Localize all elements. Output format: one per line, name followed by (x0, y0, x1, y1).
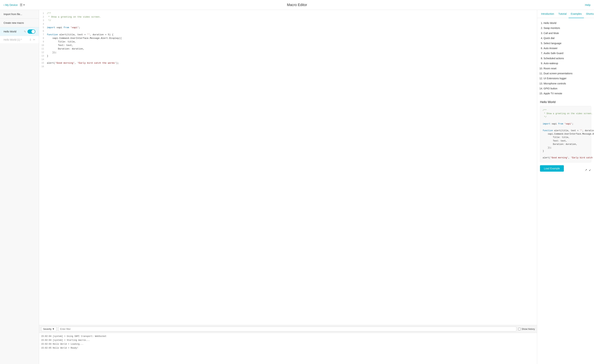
back-label: My Device (5, 3, 18, 6)
macro-name-dim: Hello World (1) * (4, 38, 22, 41)
example-list-item[interactable]: Apple TV remote (544, 91, 591, 96)
line-content: * Show a greeting on the video screen. (47, 15, 101, 19)
export-icon[interactable]: ⇩ (29, 38, 32, 41)
console-toolbar: Severity ▼ Show history (39, 325, 537, 333)
code-line: 12 }); (39, 51, 537, 54)
line-number: 13 (39, 54, 47, 58)
line-content: function alert(title, text = '', duratio… (47, 33, 113, 37)
code-line: 4 (39, 22, 537, 26)
token-plain: xapi (55, 26, 64, 29)
back-link[interactable]: ‹ My Device (4, 3, 18, 6)
code-line: 5import xapi from 'xapi'; (39, 26, 537, 29)
show-history-text: Show history (522, 328, 535, 330)
token-string: 'xapi' (70, 26, 79, 29)
line-number: 9 (39, 40, 47, 44)
line-number: 12 (39, 51, 47, 54)
editor-area: 1/**2 * Show a greeting on the video scr… (39, 10, 537, 364)
example-list-item[interactable]: Call and Mute (544, 31, 591, 36)
expand-icon-1[interactable]: ↗ (585, 168, 587, 172)
page-title: Macro Editor (287, 3, 307, 7)
console-log-line: 15:02:05 Hello World > Ready! (41, 346, 535, 350)
show-history-checkbox[interactable] (518, 328, 521, 330)
rename-icon[interactable]: ✎ (24, 30, 26, 33)
token-comment: * Show a greeting on the video screen. (47, 16, 101, 18)
severity-chevron-icon: ▼ (52, 328, 54, 330)
line-content: import xapi from 'xapi'; (47, 26, 80, 29)
macro-toggle-enabled[interactable] (27, 29, 35, 34)
example-list-item[interactable]: UI Extensions logger (544, 76, 591, 81)
main-layout: Import from file... Create new macro Hel… (0, 10, 594, 364)
token-plain: ; (79, 26, 80, 29)
token-plain: , duration = 5) { (90, 33, 114, 36)
example-list-item[interactable]: Hello World (544, 20, 591, 26)
example-list-item[interactable]: Dual screen presentations (544, 71, 591, 76)
example-code-block: /** * Show a greeting on the video scree… (540, 106, 591, 162)
console-log-line: 15:02:04 [system] > Using XAPI transport… (41, 334, 535, 338)
macro-controls-2: ⇩ ✂ (29, 38, 35, 41)
token-plain (69, 26, 70, 29)
tab-examples[interactable]: Examples (569, 10, 584, 18)
macro-item-hello-world[interactable]: Hello World ✎ (0, 27, 39, 36)
back-arrow-icon: ‹ (4, 3, 4, 6)
create-new-macro-button[interactable]: Create new macro (0, 19, 39, 27)
hamburger-arrow: ▼ (23, 4, 25, 6)
severity-dropdown[interactable]: Severity ▼ (41, 327, 56, 331)
example-list-item[interactable]: Quick dial (544, 36, 591, 41)
line-number: 10 (39, 44, 47, 47)
line-number: 14 (39, 58, 47, 61)
right-content[interactable]: Hello WorldSwap monitorsCall and MuteQui… (537, 18, 594, 364)
example-list-item[interactable]: Audio Safe Guard (544, 51, 591, 56)
example-section: Hello World /** * Show a greeting on the… (540, 100, 591, 172)
macro-name: Hello World (4, 30, 16, 33)
example-list-item[interactable]: Select language (544, 41, 591, 46)
examples-list: Hello WorldSwap monitorsCall and MuteQui… (540, 20, 591, 96)
macro-item-hello-world-1[interactable]: Hello World (1) * ⇩ ✂ (0, 36, 39, 44)
show-history-label[interactable]: Show history (518, 328, 535, 330)
console-output[interactable]: 15:02:04 [system] > Using XAPI transport… (39, 333, 537, 364)
tab-tutorial[interactable]: Tutorial (556, 10, 569, 18)
help-link[interactable]: Help (585, 3, 590, 6)
example-list-item[interactable]: GPIO button (544, 86, 591, 91)
token-plain: Title: title, (47, 40, 76, 43)
line-content: }); (47, 51, 57, 54)
hamburger-button[interactable]: ☰ ▼ (20, 3, 25, 7)
console-log-line: 15:02:04 Hello World > Loading... (41, 342, 535, 346)
code-line: 13} (39, 54, 537, 58)
example-list-item[interactable]: Scheduled actions (544, 56, 591, 61)
token-keyword: function (47, 33, 58, 36)
example-list-item[interactable]: Auto Answer (544, 46, 591, 51)
line-number: 1 (39, 12, 47, 15)
token-plain: Text: text, (47, 44, 73, 47)
example-list-item[interactable]: Room reset (544, 66, 591, 71)
line-number: 5 (39, 26, 47, 29)
filter-input[interactable] (58, 327, 516, 331)
example-list-item[interactable]: Swap monitors (544, 26, 591, 31)
line-content: } (47, 54, 48, 58)
token-keyword: import (47, 26, 55, 29)
code-line: 1/** (39, 12, 537, 15)
tab-introduction[interactable]: Introduction (539, 10, 556, 18)
sidebar: Import from file... Create new macro Hel… (0, 10, 39, 364)
header: ‹ My Device ☰ ▼ Macro Editor Help (0, 0, 594, 10)
header-left: ‹ My Device ☰ ▼ (4, 3, 25, 7)
line-number: 7 (39, 33, 47, 37)
expand-icons: ↗ ↙ (585, 168, 591, 172)
expand-icon-2[interactable]: ↙ (589, 168, 591, 172)
token-string: '' (87, 33, 90, 36)
delete-icon[interactable]: ✂ (33, 38, 35, 41)
code-line: 16 (39, 65, 537, 68)
token-plain: }); (47, 51, 57, 54)
code-line: 6 (39, 29, 537, 33)
code-editor[interactable]: 1/**2 * Show a greeting on the video scr… (39, 10, 537, 325)
example-title: Hello World (540, 100, 591, 104)
line-number: 11 (39, 47, 47, 51)
line-number: 2 (39, 15, 47, 19)
import-from-file-button[interactable]: Import from file... (0, 10, 39, 19)
example-list-item[interactable]: Auto-wakeup (544, 61, 591, 66)
example-list-item[interactable]: Microphone controls (544, 81, 591, 86)
hamburger-icon: ☰ (20, 3, 23, 7)
tab-shortcuts[interactable]: Shortcuts (584, 10, 594, 18)
line-number: 15 (39, 61, 47, 65)
load-example-button[interactable]: Load Example (540, 165, 564, 172)
token-plain: } (47, 55, 48, 57)
